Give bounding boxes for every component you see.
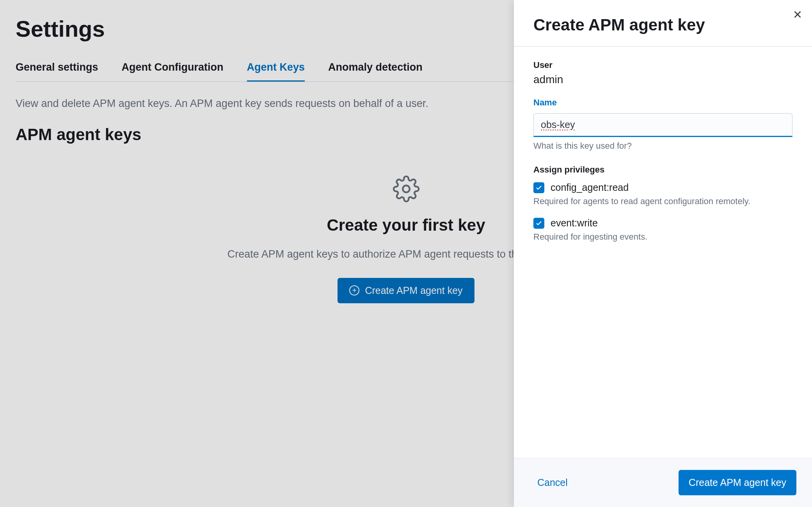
- flyout-footer: Cancel Create APM agent key: [514, 458, 812, 507]
- checkbox-config-agent-read[interactable]: [533, 182, 544, 193]
- name-input[interactable]: [533, 113, 792, 137]
- privilege-label: config_agent:read: [551, 182, 629, 193]
- checkbox-event-write[interactable]: [533, 218, 544, 229]
- check-icon: [535, 184, 542, 191]
- name-help-text: What is this key used for?: [533, 141, 792, 151]
- cancel-button[interactable]: Cancel: [529, 471, 576, 495]
- user-label: User: [533, 60, 792, 70]
- flyout-title: Create APM agent key: [533, 16, 792, 34]
- close-button[interactable]: [792, 9, 803, 20]
- check-icon: [535, 220, 542, 227]
- privilege-row-config-agent-read: config_agent:read: [533, 182, 792, 193]
- flyout-body: User admin Name What is this key used fo…: [514, 46, 812, 458]
- modal-overlay[interactable]: [0, 0, 515, 507]
- submit-create-key-button[interactable]: Create APM agent key: [679, 470, 796, 495]
- privileges-label: Assign privileges: [533, 165, 792, 175]
- user-value: admin: [533, 73, 792, 86]
- create-key-flyout: Create APM agent key User admin Name Wha…: [514, 0, 812, 507]
- privilege-description: Required for agents to read agent config…: [533, 196, 792, 206]
- privilege-description: Required for ingesting events.: [533, 232, 792, 242]
- privilege-row-event-write: event:write: [533, 217, 792, 229]
- close-icon: [792, 9, 803, 20]
- flyout-header: Create APM agent key: [514, 0, 812, 46]
- name-label: Name: [533, 98, 792, 108]
- privilege-label: event:write: [551, 217, 598, 229]
